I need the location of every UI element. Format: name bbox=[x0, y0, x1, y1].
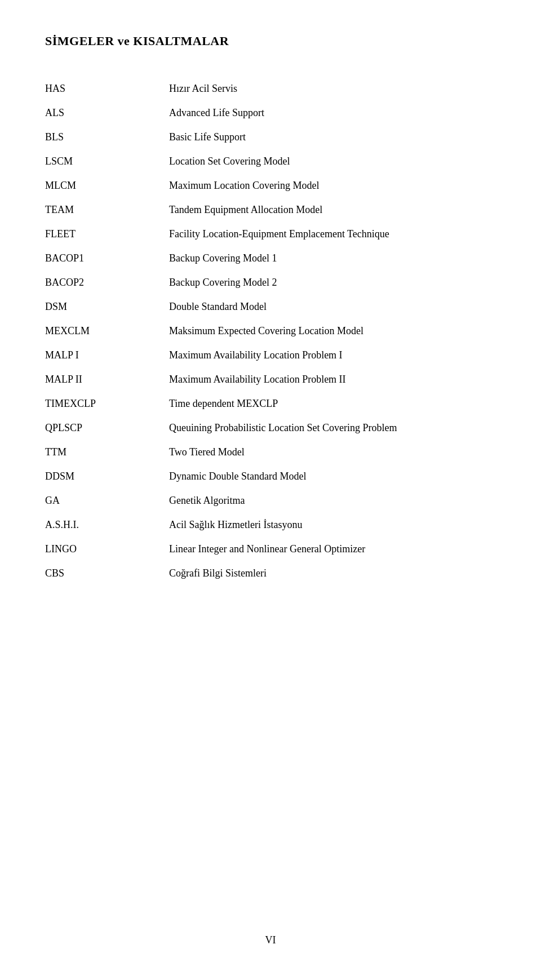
definition-cell: Backup Covering Model 1 bbox=[169, 246, 496, 271]
abbreviation-cell: DSM bbox=[45, 295, 169, 319]
definition-cell: Linear Integer and Nonlinear General Opt… bbox=[169, 537, 496, 561]
table-row: TIMEXCLPTime dependent MEXCLP bbox=[45, 392, 496, 416]
abbreviation-cell: QPLSCP bbox=[45, 416, 169, 440]
abbreviation-cell: BLS bbox=[45, 125, 169, 149]
definition-cell: Hızır Acil Servis bbox=[169, 77, 496, 101]
table-row: A.S.H.I.Acil Sağlık Hizmetleri İstasyonu bbox=[45, 513, 496, 537]
page-title: SİMGELER ve KISALTMALAR bbox=[45, 34, 496, 48]
abbreviation-cell: LSCM bbox=[45, 149, 169, 174]
definition-cell: Acil Sağlık Hizmetleri İstasyonu bbox=[169, 513, 496, 537]
table-row: TTMTwo Tiered Model bbox=[45, 440, 496, 464]
abbreviation-cell: TEAM bbox=[45, 198, 169, 222]
abbreviation-cell: BACOP2 bbox=[45, 271, 169, 295]
page-footer: VI bbox=[0, 934, 541, 946]
definition-cell: Location Set Covering Model bbox=[169, 149, 496, 174]
definition-cell: Basic Life Support bbox=[169, 125, 496, 149]
abbreviation-cell: BACOP1 bbox=[45, 246, 169, 271]
table-row: DSMDouble Standard Model bbox=[45, 295, 496, 319]
table-row: MEXCLMMaksimum Expected Covering Locatio… bbox=[45, 319, 496, 343]
abbreviation-cell: MALP II bbox=[45, 367, 169, 392]
definition-cell: Time dependent MEXCLP bbox=[169, 392, 496, 416]
table-row: BLSBasic Life Support bbox=[45, 125, 496, 149]
table-row: ALSAdvanced Life Support bbox=[45, 101, 496, 125]
table-row: MLCMMaximum Location Covering Model bbox=[45, 174, 496, 198]
definition-cell: Two Tiered Model bbox=[169, 440, 496, 464]
table-row: HASHızır Acil Servis bbox=[45, 77, 496, 101]
abbreviation-cell: MLCM bbox=[45, 174, 169, 198]
table-row: BACOP1Backup Covering Model 1 bbox=[45, 246, 496, 271]
table-row: LINGOLinear Integer and Nonlinear Genera… bbox=[45, 537, 496, 561]
abbreviation-cell: ALS bbox=[45, 101, 169, 125]
table-row: QPLSCPQueuining Probabilistic Location S… bbox=[45, 416, 496, 440]
table-row: CBSCoğrafi Bilgi Sistemleri bbox=[45, 561, 496, 586]
definition-cell: Backup Covering Model 2 bbox=[169, 271, 496, 295]
table-row: DDSMDynamic Double Standard Model bbox=[45, 464, 496, 489]
abbreviation-cell: A.S.H.I. bbox=[45, 513, 169, 537]
table-row: MALP IIMaximum Availability Location Pro… bbox=[45, 367, 496, 392]
table-row: MALP IMaximum Availability Location Prob… bbox=[45, 343, 496, 367]
definition-cell: Genetik Algoritma bbox=[169, 489, 496, 513]
abbreviation-cell: CBS bbox=[45, 561, 169, 586]
definition-cell: Maximum Availability Location Problem II bbox=[169, 367, 496, 392]
definition-cell: Dynamic Double Standard Model bbox=[169, 464, 496, 489]
definition-cell: Facility Location-Equipment Emplacement … bbox=[169, 222, 496, 246]
abbreviation-cell: TIMEXCLP bbox=[45, 392, 169, 416]
abbreviation-cell: HAS bbox=[45, 77, 169, 101]
table-row: FLEETFacility Location-Equipment Emplace… bbox=[45, 222, 496, 246]
abbreviation-cell: FLEET bbox=[45, 222, 169, 246]
definition-cell: Maximum Availability Location Problem I bbox=[169, 343, 496, 367]
abbreviation-cell: GA bbox=[45, 489, 169, 513]
definition-cell: Coğrafi Bilgi Sistemleri bbox=[169, 561, 496, 586]
definition-cell: Advanced Life Support bbox=[169, 101, 496, 125]
definition-cell: Double Standard Model bbox=[169, 295, 496, 319]
abbreviation-cell: TTM bbox=[45, 440, 169, 464]
abbreviation-cell: MEXCLM bbox=[45, 319, 169, 343]
definition-cell: Queuining Probabilistic Location Set Cov… bbox=[169, 416, 496, 440]
table-row: GAGenetik Algoritma bbox=[45, 489, 496, 513]
abbreviation-table: HASHızır Acil ServisALSAdvanced Life Sup… bbox=[45, 77, 496, 586]
table-row: TEAMTandem Equipment Allocation Model bbox=[45, 198, 496, 222]
abbreviation-cell: LINGO bbox=[45, 537, 169, 561]
table-row: BACOP2Backup Covering Model 2 bbox=[45, 271, 496, 295]
table-row: LSCMLocation Set Covering Model bbox=[45, 149, 496, 174]
definition-cell: Maximum Location Covering Model bbox=[169, 174, 496, 198]
abbreviation-cell: DDSM bbox=[45, 464, 169, 489]
abbreviation-cell: MALP I bbox=[45, 343, 169, 367]
definition-cell: Tandem Equipment Allocation Model bbox=[169, 198, 496, 222]
definition-cell: Maksimum Expected Covering Location Mode… bbox=[169, 319, 496, 343]
